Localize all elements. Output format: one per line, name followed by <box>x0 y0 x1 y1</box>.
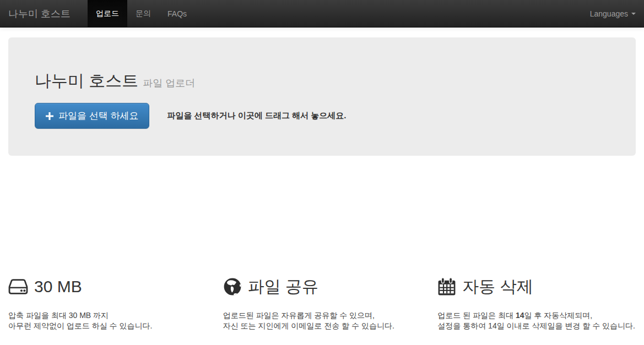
navbar-brand[interactable]: 나누미 호스트 <box>0 0 79 27</box>
feature-file-share-line1: 업로드된 파일은 자유롭게 공유할 수 있으며, <box>223 311 375 320</box>
nav-item-upload[interactable]: 업로드 <box>88 0 127 27</box>
feature-max-size-heading: 30 MB <box>8 277 207 297</box>
feature-auto-delete-heading: 자동 삭제 <box>437 277 636 297</box>
feature-max-size-title: 30 MB <box>34 277 82 297</box>
top-navbar: 나누미 호스트 업로드 문의 FAQs Languages <box>0 0 644 28</box>
feature-max-size: 30 MB 압축 파일을 최대 30 MB 까지 아무런 제약없이 업로드 하실… <box>0 263 215 331</box>
feature-file-share-title: 파일 공유 <box>248 277 318 297</box>
feature-auto-delete-title: 자동 삭제 <box>462 277 533 297</box>
feature-file-share-line2: 자신 또는 지인에게 이메일로 전송 할 수 있습니다. <box>223 321 394 330</box>
feature-auto-delete-text: 업로드 된 파일은 최대 14일 후 자동삭제되며, 설정을 통하여 14일 이… <box>437 310 636 331</box>
upload-drop-zone[interactable]: 나누미 호스트파일 업로더 파일을 선택 하세요 파일을 선택하거나 이곳에 드… <box>8 37 636 156</box>
globe-icon <box>223 277 242 296</box>
feature-auto-delete-days-bold: 14 <box>516 311 524 320</box>
drop-row: 파일을 선택 하세요 파일을 선택하거나 이곳에 드래그 해서 놓으세요. <box>35 103 609 129</box>
feature-auto-delete-line1-prefix: 업로드 된 파일은 최대 <box>437 311 516 320</box>
feature-max-size-line2: 아무런 제약없이 업로드 하실 수 있습니다. <box>8 321 152 330</box>
calendar-icon <box>437 277 456 296</box>
feature-file-share-text: 업로드된 파일은 자유롭게 공유할 수 있으며, 자신 또는 지인에게 이메일로… <box>223 310 421 331</box>
drag-drop-hint: 파일을 선택하거나 이곳에 드래그 해서 놓으세요. <box>167 111 346 121</box>
plus-icon <box>46 112 53 120</box>
page-title: 나누미 호스트파일 업로더 <box>35 72 609 90</box>
languages-label: Languages <box>590 9 628 18</box>
feature-max-size-text: 압축 파일을 최대 30 MB 까지 아무런 제약없이 업로드 하실 수 있습니… <box>8 310 207 331</box>
feature-file-share: 파일 공유 업로드된 파일은 자유롭게 공유할 수 있으며, 자신 또는 지인에… <box>215 263 430 331</box>
features-row: 30 MB 압축 파일을 최대 30 MB 까지 아무런 제약없이 업로드 하실… <box>0 263 644 331</box>
languages-dropdown[interactable]: Languages <box>582 0 644 27</box>
page-title-text: 나누미 호스트 <box>35 72 138 90</box>
feature-max-size-line1: 압축 파일을 최대 30 MB 까지 <box>8 311 109 320</box>
nav-item-contact[interactable]: 문의 <box>127 0 159 27</box>
hdd-icon <box>8 278 28 295</box>
feature-auto-delete: 자동 삭제 업로드 된 파일은 최대 14일 후 자동삭제되며, 설정을 통하여… <box>429 263 644 331</box>
nav-item-faqs[interactable]: FAQs <box>159 0 195 27</box>
feature-auto-delete-line1-suffix: 일 후 자동삭제되며, <box>524 311 592 320</box>
select-files-button-label: 파일을 선택 하세요 <box>58 109 138 122</box>
feature-auto-delete-line2: 설정을 통하여 14일 이내로 삭제일을 변경 할 수 있습니다. <box>437 321 635 330</box>
caret-down-icon <box>631 13 636 15</box>
select-files-button[interactable]: 파일을 선택 하세요 <box>35 103 149 129</box>
feature-file-share-heading: 파일 공유 <box>223 277 421 297</box>
page-subtitle: 파일 업로더 <box>143 78 195 89</box>
